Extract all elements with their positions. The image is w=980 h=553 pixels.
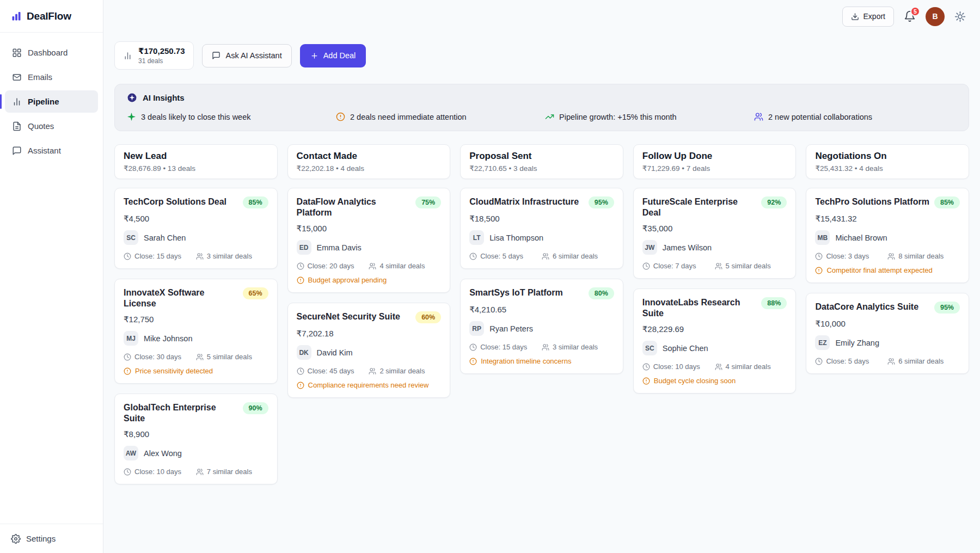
deal-card[interactable]: TechPro Solutions Platform85%₹15,431.32M… <box>806 188 969 283</box>
deal-probability-badge: 92% <box>761 196 787 208</box>
deal-similar-text: 7 similar deals <box>207 468 252 476</box>
deal-card-header: CloudMatrix Infrastructure95% <box>469 196 614 208</box>
deal-card[interactable]: CloudMatrix Infrastructure95%₹18,500LTLi… <box>460 188 623 269</box>
deal-close-text: Close: 3 days <box>826 252 869 260</box>
pipeline-total-value: ₹170,250.73 <box>138 46 185 56</box>
deal-meta: Close: 45 days2 similar deals <box>297 367 442 375</box>
notifications-button[interactable]: 5 <box>904 10 916 22</box>
deal-probability-badge: 95% <box>589 196 614 208</box>
deal-amount: ₹35,000 <box>642 224 787 234</box>
deal-title: SmartSys IoT Platform <box>469 287 563 298</box>
users-icon <box>887 253 895 260</box>
ai-insights-items: 3 deals likely to close this week2 deals… <box>127 112 957 121</box>
deal-similar-count: 4 similar deals <box>369 262 441 270</box>
deal-similar-text: 8 similar deals <box>898 252 944 260</box>
deal-similar-count: 7 similar deals <box>196 468 268 476</box>
deal-card[interactable]: DataFlow Analytics Platform75%₹15,000EDE… <box>287 188 451 293</box>
users-icon <box>542 343 549 351</box>
deal-card[interactable]: GlobalTech Enterprise Suite90%₹8,900AWAl… <box>114 394 278 484</box>
owner-name: Michael Brown <box>835 234 887 242</box>
owner-name: Sarah Chen <box>144 234 186 242</box>
deal-card[interactable]: TechCorp Solutions Deal85%₹4,500SCSarah … <box>114 188 278 269</box>
chat-bubble-icon <box>212 51 220 60</box>
sidebar-item-label: Pipeline <box>28 97 59 106</box>
deal-close-text: Close: 20 days <box>308 262 354 270</box>
sidebar-item-settings[interactable]: Settings <box>0 524 103 553</box>
insight-item: 2 new potential collaborations <box>754 112 957 121</box>
deal-title: TechCorp Solutions Deal <box>124 196 226 207</box>
board-column-follow-up-done: Follow Up Done₹71,229.69 • 7 dealsFuture… <box>633 144 797 394</box>
add-deal-button[interactable]: Add Deal <box>300 44 366 67</box>
deal-close-days: Close: 45 days <box>297 367 369 375</box>
deal-owner: MJMike Johnson <box>124 331 268 346</box>
clock-icon <box>297 262 304 270</box>
deal-close-text: Close: 10 days <box>653 362 700 371</box>
topbar: Export 5 B <box>103 0 980 33</box>
app-title: DealFlow <box>27 10 71 22</box>
column-cards: TechCorp Solutions Deal85%₹4,500SCSarah … <box>114 188 278 484</box>
owner-name: David Kim <box>317 348 353 357</box>
deal-meta: Close: 5 days6 similar deals <box>815 357 960 365</box>
ask-ai-assistant-button[interactable]: Ask AI Assistant <box>202 44 292 67</box>
deal-close-text: Close: 5 days <box>826 357 869 365</box>
deal-close-text: Close: 30 days <box>134 353 181 361</box>
deal-amount: ₹10,000 <box>815 319 960 329</box>
alert-circle-icon <box>815 267 823 274</box>
column-summary: ₹22,202.18 • 4 deals <box>297 164 442 173</box>
owner-name: James Wilson <box>663 243 712 252</box>
notification-badge: 5 <box>910 7 920 16</box>
deal-owner: AWAlex Wong <box>124 446 268 460</box>
owner-avatar: EZ <box>815 335 830 350</box>
deal-close-text: Close: 7 days <box>653 262 696 270</box>
deal-card[interactable]: DataCore Analytics Suite95%₹10,000EZEmil… <box>806 293 969 374</box>
pipeline-total-deals: 31 deals <box>138 57 185 65</box>
deal-meta: Close: 10 days7 similar deals <box>124 468 268 476</box>
deal-similar-text: 3 similar deals <box>553 343 598 351</box>
users-icon <box>369 367 376 375</box>
clock-icon <box>815 253 823 260</box>
deal-card-header: DataFlow Analytics Platform75% <box>297 196 442 218</box>
deal-similar-text: 6 similar deals <box>898 357 944 365</box>
sidebar-item-quotes[interactable]: Quotes <box>5 115 98 137</box>
deal-card-header: FutureScale Enterprise Deal92% <box>642 196 787 218</box>
deal-close-days: Close: 30 days <box>124 353 196 361</box>
user-avatar[interactable]: B <box>926 7 945 26</box>
column-header: Proposal Sent₹22,710.65 • 3 deals <box>460 144 623 179</box>
deal-warning: Integration timeline concerns <box>469 357 614 365</box>
sidebar: DealFlow DashboardEmailsPipelineQuotesAs… <box>0 0 103 553</box>
alert-circle-icon <box>469 358 477 365</box>
deal-probability-badge: 75% <box>415 196 441 208</box>
deal-card[interactable]: SmartSys IoT Platform80%₹4,210.65RPRyan … <box>460 279 623 374</box>
deal-similar-count: 8 similar deals <box>887 252 960 260</box>
users-icon <box>542 253 549 260</box>
export-button[interactable]: Export <box>842 7 894 27</box>
deal-card[interactable]: FutureScale Enterprise Deal92%₹35,000JWJ… <box>633 188 797 279</box>
column-cards: TechPro Solutions Platform85%₹15,431.32M… <box>806 188 969 374</box>
deal-close-text: Close: 45 days <box>308 367 354 375</box>
deal-owner: MBMichael Brown <box>815 230 960 245</box>
theme-toggle-sun-icon[interactable] <box>954 11 966 22</box>
sidebar-item-assistant[interactable]: Assistant <box>5 139 98 162</box>
column-header: Follow Up Done₹71,229.69 • 7 deals <box>633 144 797 179</box>
ai-insights-header: AI Insights <box>127 93 957 103</box>
deal-warning: Budget approval pending <box>297 276 442 284</box>
sidebar-item-pipeline[interactable]: Pipeline <box>5 90 98 113</box>
deal-similar-count: 6 similar deals <box>542 252 614 260</box>
sidebar-item-label: Emails <box>28 72 52 82</box>
sidebar-item-dashboard[interactable]: Dashboard <box>5 41 98 64</box>
owner-name: Emma Davis <box>317 243 362 252</box>
column-title: Proposal Sent <box>469 151 614 162</box>
owner-avatar: LT <box>469 230 484 245</box>
mini-bar-chart-icon <box>123 51 132 60</box>
sidebar-item-label: Quotes <box>28 121 54 131</box>
settings-label: Settings <box>26 534 56 543</box>
deal-card[interactable]: InnovateLabs Research Suite88%₹28,229.69… <box>633 288 797 394</box>
deal-card[interactable]: SecureNet Security Suite60%₹7,202.18DKDa… <box>287 303 451 398</box>
deal-title: InnovateLabs Research Suite <box>642 297 757 319</box>
deal-close-days: Close: 7 days <box>642 262 715 270</box>
deal-card[interactable]: InnovateX Software License65%₹12,750MJMi… <box>114 279 278 384</box>
sidebar-item-emails[interactable]: Emails <box>5 66 98 88</box>
clock-icon <box>297 367 304 375</box>
download-icon <box>851 13 859 21</box>
ai-insights-panel: AI Insights 3 deals likely to close this… <box>114 84 969 131</box>
